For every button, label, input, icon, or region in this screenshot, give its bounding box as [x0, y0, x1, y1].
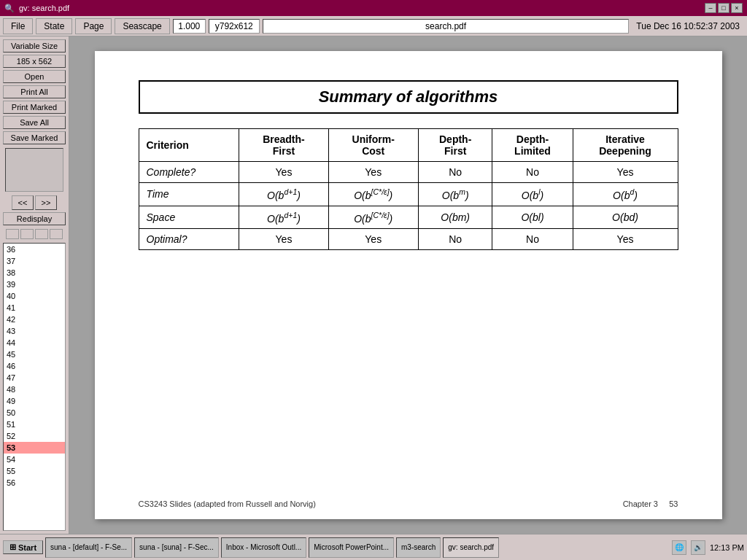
cell-complete-bf: Yes [239, 162, 328, 183]
taskbar: ⊞ Start suna - [default] - F-Se... suna … [0, 534, 747, 560]
page-list-item-47[interactable]: 47 [4, 372, 65, 384]
page-icons-row [3, 228, 66, 241]
seascape-menu[interactable]: Seascape [115, 18, 169, 34]
variable-size-button[interactable]: Variable Size [3, 39, 66, 52]
page-size: y792x612 [209, 19, 260, 34]
tray-icon-network: 🌐 [672, 540, 686, 555]
save-marked-button[interactable]: Save Marked [3, 131, 66, 144]
start-button[interactable]: ⊞ Start [3, 540, 43, 554]
save-all-button[interactable]: Save All [3, 116, 66, 129]
col-header-depth-first: Depth-First [418, 129, 492, 162]
title-bar-left: 🔍 gv: search.pdf [4, 4, 69, 13]
page-list-item-52[interactable]: 52 [4, 430, 65, 442]
pdf-title: Summary of algorithms [146, 88, 671, 106]
criterion-time: Time [139, 183, 239, 206]
page-icon-3[interactable] [35, 229, 48, 239]
col-header-criterion: Criterion [139, 129, 239, 162]
system-tray: 🌐 🔊 12:13 PM [672, 540, 744, 555]
maximize-button[interactable]: □ [718, 3, 729, 13]
cell-complete-df: No [418, 162, 492, 183]
table-header-row: Criterion Breadth-First Uniform-Cost Dep… [139, 129, 678, 162]
page-list-item-36[interactable]: 36 [4, 244, 65, 255]
title-bar: 🔍 gv: search.pdf – □ × [0, 0, 747, 16]
title-bar-controls: – □ × [705, 3, 743, 13]
state-menu[interactable]: State [36, 18, 72, 34]
criterion-space: Space [139, 206, 239, 229]
taskbar-item-5[interactable]: m3-search [396, 537, 441, 558]
taskbar-item-6[interactable]: gv: search.pdf [443, 537, 499, 558]
cell-time-bf: O(bd+1) [239, 183, 328, 206]
table-row-space: Space O(bd+1) O(b[C*/ε]) O(bm) O(bl) O(b… [139, 206, 678, 229]
criterion-optimal: Optimal? [139, 229, 239, 250]
cell-space-df: O(bm) [418, 206, 492, 229]
footer-right-text: Chapter 3 53 [623, 499, 678, 508]
taskbar-item-2[interactable]: suna - [suna] - F-Sec... [134, 537, 219, 558]
algorithm-table: Criterion Breadth-First Uniform-Cost Dep… [139, 128, 678, 250]
page-list-item-55[interactable]: 55 [4, 465, 65, 477]
taskbar-item-3[interactable]: Inbox - Microsoft Outl... [221, 537, 306, 558]
cell-complete-uc: Yes [328, 162, 418, 183]
pdf-title-box: Summary of algorithms [139, 80, 678, 114]
page-list-item-49[interactable]: 49 [4, 395, 65, 407]
page-list-item-46[interactable]: 46 [4, 360, 65, 372]
close-button[interactable]: × [731, 3, 743, 13]
cell-optimal-df: No [418, 229, 492, 250]
minimize-button[interactable]: – [705, 3, 716, 13]
col-header-depth-limited: Depth-Limited [492, 129, 573, 162]
cell-optimal-dl: No [492, 229, 573, 250]
print-all-button[interactable]: Print All [3, 85, 66, 98]
criterion-complete: Complete? [139, 162, 239, 183]
page-list-item-53[interactable]: 53 [4, 442, 65, 454]
file-menu[interactable]: File [3, 18, 33, 34]
prev-page-button[interactable]: << [12, 195, 34, 210]
footer-page: 53 [669, 499, 678, 508]
taskbar-item-4[interactable]: Microsoft PowerPoint... [309, 537, 394, 558]
sidebar: Variable Size 185 x 562 Open Print All P… [0, 36, 69, 534]
page-list-item-56[interactable]: 56 [4, 477, 65, 489]
page-list-item-43[interactable]: 43 [4, 325, 65, 337]
page-list-item-38[interactable]: 38 [4, 267, 65, 279]
table-row-complete: Complete? Yes Yes No No Yes [139, 162, 678, 183]
redisplay-button[interactable]: Redisplay [3, 212, 66, 225]
thumbnail-preview [5, 148, 63, 192]
page-list-item-44[interactable]: 44 [4, 337, 65, 349]
table-row-optimal: Optimal? Yes Yes No No Yes [139, 229, 678, 250]
cell-space-bf: O(bd+1) [239, 206, 328, 229]
page-list-item-39[interactable]: 39 [4, 279, 65, 290]
page-menu[interactable]: Page [75, 18, 112, 34]
cell-complete-dl: No [492, 162, 573, 183]
page-icon-2[interactable] [20, 229, 34, 239]
footer-left-text: CS3243 Slides (adapted from Russell and … [139, 499, 316, 508]
window-title: gv: search.pdf [19, 4, 69, 12]
cell-space-uc: O(b[C*/ε]) [328, 206, 418, 229]
page-list-item-48[interactable]: 48 [4, 384, 65, 395]
page-list[interactable]: 3637383940414243444546474849505152535455… [3, 243, 66, 531]
page-icon-4[interactable] [50, 229, 63, 239]
navigation-buttons: << >> [3, 195, 66, 210]
page-list-item-41[interactable]: 41 [4, 302, 65, 314]
print-marked-button[interactable]: Print Marked [3, 101, 66, 114]
page-list-item-40[interactable]: 40 [4, 290, 65, 302]
page-list-item-45[interactable]: 45 [4, 349, 65, 360]
table-row-time: Time O(bd+1) O(b[C*/ε]) O(bm) O(bl) O(bd… [139, 183, 678, 206]
page-icon-1[interactable] [6, 229, 19, 239]
zoom-level: 1.000 [173, 19, 206, 34]
page-list-item-50[interactable]: 50 [4, 407, 65, 419]
col-header-iterative-deepening: IterativeDeepening [573, 129, 678, 162]
page-list-item-54[interactable]: 54 [4, 454, 65, 465]
next-page-button[interactable]: >> [35, 195, 57, 210]
cell-optimal-bf: Yes [239, 229, 328, 250]
tray-icon-speaker: 🔊 [691, 540, 705, 555]
col-header-breadth-first: Breadth-First [239, 129, 328, 162]
page-list-item-42[interactable]: 42 [4, 314, 65, 325]
taskbar-item-1[interactable]: suna - [default] - F-Se... [45, 537, 132, 558]
taskbar-time: 12:13 PM [710, 543, 744, 552]
page-list-item-37[interactable]: 37 [4, 255, 65, 267]
app-icon: 🔍 [4, 4, 15, 13]
cell-space-dl: O(bl) [492, 206, 573, 229]
page-list-item-51[interactable]: 51 [4, 419, 65, 430]
datetime-display: Tue Dec 16 10:52:37 2003 [632, 20, 744, 33]
cell-space-id: O(bd) [573, 206, 678, 229]
pdf-page: Summary of algorithms Criterion Breadth-… [95, 51, 722, 519]
open-button[interactable]: Open [3, 70, 66, 83]
